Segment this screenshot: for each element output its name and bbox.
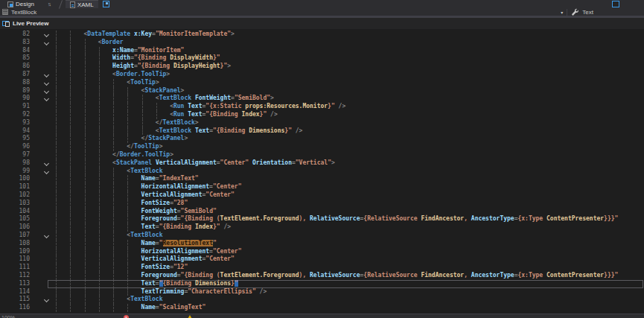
popout-window-icon[interactable] [103,1,109,7]
code-text: <Border.ToolTip> [55,71,170,79]
code-line[interactable]: 84 x:Name="MonitorItem" [0,47,644,55]
code-line[interactable]: 87 <Border.ToolTip> [0,71,644,79]
code-line[interactable]: 111 FontSize="12" [0,264,644,272]
line-number[interactable]: 83 [0,39,30,47]
line-number[interactable]: 87 [0,71,30,79]
code-line[interactable]: 90 <TextBlock FontWeight="SemiBold"> [0,95,644,103]
code-line[interactable]: 105 Foreground="{Binding (TextElement.Fo… [0,215,644,223]
code-line[interactable]: 94 <TextBlock Text="{Binding Dimensions}… [0,127,644,136]
code-line[interactable]: 86 Height="{Binding DisplayHeight}"> [0,63,644,71]
code-text: Height="{Binding DisplayHeight}"> [55,63,231,71]
code-line[interactable]: 88 <ToolTip> [0,79,644,87]
line-number[interactable]: 107 [0,232,30,240]
code-line[interactable]: 89 <StackPanel> [0,87,644,95]
line-number[interactable]: 91 [0,103,30,111]
breadcrumb-property[interactable]: Text [582,9,593,16]
code-line[interactable]: 85 Width="{Binding DisplayWidth}" [0,54,644,63]
code-line[interactable]: 101 HorizontalAlignment="Center" [0,183,644,191]
code-line[interactable]: 107 <TextBlock [0,232,644,240]
fold-column [30,103,55,111]
line-number[interactable]: 104 [0,208,30,216]
code-text: TextTrimming="CharacterEllipsis" /> [55,288,267,296]
line-number[interactable]: 82 [0,31,30,39]
code-line[interactable]: 116 Name="ScalingText" [0,304,644,312]
line-number[interactable]: 101 [0,183,30,191]
line-number[interactable]: 100 [0,175,30,183]
line-number[interactable]: 112 [0,272,30,280]
xaml-tab[interactable]: XAML [66,0,98,8]
line-number[interactable]: 113 [0,280,30,288]
line-number[interactable]: 90 [0,95,30,103]
line-number[interactable]: 84 [0,47,30,55]
swap-panes-icon[interactable]: ↑↓ [48,1,50,7]
code-line[interactable]: 106 Text="{Binding Index}" /> [0,223,644,232]
line-number[interactable]: 114 [0,288,30,296]
zoom-level[interactable]: 100% [1,314,15,318]
split-view-toggle-icon[interactable] [612,1,619,7]
code-line[interactable]: 115 <TextBlock [0,296,644,304]
line-number[interactable]: 85 [0,54,30,63]
status-bar: 100% × [0,314,644,318]
line-number[interactable]: 108 [0,240,30,248]
fold-chevron-icon[interactable] [30,87,55,95]
code-line[interactable]: 83 <Border [0,39,644,47]
live-preview-label[interactable]: Live Preview [13,20,48,27]
fold-chevron-icon[interactable] [30,296,55,304]
code-line[interactable]: 112 Foreground="{Binding (TextElement.Fo… [0,272,644,280]
fold-chevron-icon[interactable] [30,159,55,168]
code-line[interactable]: 99 <TextBlock [0,168,644,176]
line-number[interactable]: 95 [0,135,30,143]
fold-column [30,54,55,63]
warning-icon[interactable] [187,315,193,318]
line-number[interactable]: 103 [0,200,30,208]
fold-chevron-icon[interactable] [30,71,55,79]
line-number[interactable]: 110 [0,255,30,264]
code-line[interactable]: 95 </StackPanel> [0,135,644,143]
code-line[interactable]: 103 FontSize="28" [0,200,644,208]
line-number[interactable]: 86 [0,63,30,71]
fold-chevron-icon[interactable] [30,95,55,103]
code-editor[interactable]: 82 <DataTemplate x:Key="MonitorItemTempl… [0,29,644,314]
line-number[interactable]: 93 [0,119,30,127]
code-line[interactable]: 93 </TextBlock> [0,119,644,127]
code-line[interactable]: 110 VerticalAlignment="Center" [0,255,644,264]
error-icon[interactable]: × [124,315,129,318]
line-number[interactable]: 99 [0,168,30,176]
code-line[interactable]: 113 Text="{Binding Dimensions}" [0,280,644,288]
code-line[interactable]: 92 <Run Text="{Binding Index}" /> [0,111,644,119]
code-line[interactable]: 104 FontWeight="SemiBold" [0,208,644,216]
code-line[interactable]: 91 <Run Text="{x:Static props:Resources.… [0,103,644,111]
line-number[interactable]: 109 [0,248,30,256]
code-line[interactable]: 114 TextTrimming="CharacterEllipsis" /> [0,288,644,296]
line-number[interactable]: 97 [0,151,30,159]
code-line[interactable]: 109 HorizontalAlignment="Center" [0,248,644,256]
line-number[interactable]: 106 [0,223,30,232]
code-line[interactable]: 108 Name="ResolutionText" [0,240,644,248]
line-number[interactable]: 88 [0,79,30,87]
code-line[interactable]: 97 </Border.ToolTip> [0,151,644,159]
line-number[interactable]: 116 [0,304,30,312]
code-line[interactable]: 96 </ToolTip> [0,143,644,151]
code-text: VerticalAlignment="Center" [55,191,235,200]
fold-chevron-icon[interactable] [30,168,55,176]
fold-chevron-icon[interactable] [30,31,55,39]
line-number[interactable]: 89 [0,87,30,95]
code-line[interactable]: 100 Name="IndexText" [0,175,644,183]
line-number[interactable]: 105 [0,215,30,223]
line-number[interactable]: 102 [0,191,30,200]
code-line[interactable]: 98 <StackPanel VerticalAlignment="Center… [0,159,644,168]
code-line[interactable]: 102 VerticalAlignment="Center" [0,191,644,200]
chevron-down-icon[interactable]: ▾ [561,10,563,15]
line-number[interactable]: 94 [0,127,30,136]
fold-chevron-icon[interactable] [30,39,55,47]
line-number[interactable]: 96 [0,143,30,151]
code-line[interactable]: 82 <DataTemplate x:Key="MonitorItemTempl… [0,31,644,39]
fold-chevron-icon[interactable] [30,79,55,87]
fold-chevron-icon[interactable] [30,232,55,240]
line-number[interactable]: 98 [0,159,30,168]
line-number[interactable]: 92 [0,111,30,119]
breadcrumb-element[interactable]: TextBlock [11,9,36,16]
line-number[interactable]: 111 [0,264,30,272]
line-number[interactable]: 115 [0,296,30,304]
design-tab[interactable]: Design [3,0,39,8]
